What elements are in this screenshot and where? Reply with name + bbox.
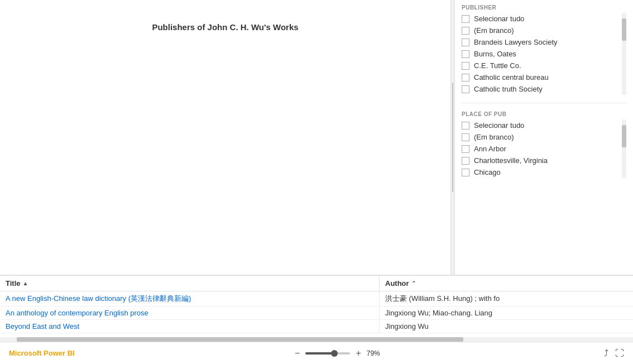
- chart-panel: Publishers of John C. H. Wu's Works: [0, 0, 451, 275]
- author-sort-icon: ⌃: [411, 280, 416, 286]
- place-checkbox-select-all-place[interactable]: [462, 122, 469, 130]
- publisher-checkbox-brandeis[interactable]: [462, 39, 469, 46]
- table-header-title[interactable]: Title ▲: [0, 276, 380, 291]
- publisher-filter-item[interactable]: Selecionar tudo: [462, 13, 617, 25]
- publisher-item-label: Brandeis Lawyers Society: [474, 38, 558, 46]
- publisher-checkbox-catholic-central[interactable]: [462, 74, 469, 82]
- place-checkbox-chicago[interactable]: [462, 169, 469, 176]
- table-cell-author: Jingxiong Wu: [380, 320, 633, 333]
- place-filter-item[interactable]: Chicago: [462, 166, 617, 178]
- place-filter-item[interactable]: Ann Arbor: [462, 143, 617, 155]
- footer: Microsoft Power BI − + 79% ⤴ ⛶: [0, 342, 633, 364]
- place-scrollbar-thumb[interactable]: [622, 125, 626, 147]
- publisher-checkbox-burns[interactable]: [462, 50, 469, 58]
- table-header-author-label: Author: [385, 279, 409, 288]
- publisher-checkbox-select-all-pub[interactable]: [462, 15, 469, 23]
- table-header: Title ▲ Author ⌃: [0, 276, 633, 291]
- place-filter-item[interactable]: (Em branco): [462, 131, 617, 143]
- place-filter-list-container: Selecionar tudo(Em branco)Ann ArborCharl…: [462, 119, 626, 178]
- table-row[interactable]: A new English-Chinese law dictionary (英漢…: [0, 291, 633, 306]
- publisher-filter-item[interactable]: Catholic truth Society: [462, 83, 617, 95]
- publisher-checkbox-catholic-truth[interactable]: [462, 85, 469, 93]
- zoom-slider[interactable]: [305, 352, 350, 355]
- table-row[interactable]: Beyond East and WestJingxiong Wu: [0, 320, 633, 333]
- title-sort-icon: ▲: [23, 280, 28, 286]
- place-filter-item[interactable]: Selecionar tudo: [462, 119, 617, 131]
- filter-section-divider: [462, 103, 626, 103]
- publisher-filter-item[interactable]: Brandeis Lawyers Society: [462, 36, 617, 48]
- publisher-scrollbar-thumb[interactable]: [622, 18, 626, 41]
- table-cell-title[interactable]: Beyond East and West: [0, 320, 380, 333]
- publisher-filter-label: Publisher: [462, 4, 626, 11]
- share-icon[interactable]: ⤴: [604, 348, 608, 358]
- power-bi-logo-link[interactable]: Microsoft Power BI: [9, 349, 75, 357]
- zoom-level-label: 79%: [367, 349, 386, 357]
- table-cell-author: Jingxiong Wu; Miao-chang. Liang: [380, 306, 633, 319]
- table-horizontal-scrollbar[interactable]: [0, 337, 633, 342]
- zoom-controls: − + 79%: [292, 348, 386, 358]
- zoom-slider-thumb[interactable]: [331, 350, 338, 357]
- panel-divider[interactable]: [451, 0, 454, 275]
- publisher-filter-item[interactable]: (Em branco): [462, 25, 617, 36]
- table-body: A new English-Chinese law dictionary (英漢…: [0, 291, 633, 337]
- publisher-scrollbar-track[interactable]: [622, 13, 626, 95]
- publisher-item-label: Burns, Oates: [474, 50, 516, 58]
- table-header-title-label: Title: [6, 279, 21, 288]
- publisher-item-label: (Em branco): [474, 26, 514, 35]
- publisher-item-label: Catholic central bureau: [474, 73, 549, 82]
- place-filter-list: Selecionar tudo(Em branco)Ann ArborCharl…: [462, 119, 626, 178]
- publisher-filter-item[interactable]: Burns, Oates: [462, 48, 617, 60]
- place-item-label: Charlottesville, Virginia: [474, 156, 548, 165]
- publisher-checkbox-blank-pub[interactable]: [462, 27, 469, 35]
- publisher-filter-item[interactable]: C.E. Tuttle Co.: [462, 60, 617, 71]
- publisher-filter-section: Publisher Selecionar tudo(Em branco)Bran…: [455, 0, 633, 99]
- publisher-filter-list: Selecionar tudo(Em branco)Brandeis Lawye…: [462, 13, 626, 95]
- zoom-minus-button[interactable]: −: [292, 348, 302, 358]
- place-item-label: Ann Arbor: [474, 145, 506, 153]
- publisher-item-label: Selecionar tudo: [474, 15, 524, 23]
- table-scroll-x-thumb[interactable]: [17, 337, 463, 342]
- publisher-filter-item[interactable]: Catholic central bureau: [462, 71, 617, 83]
- publisher-checkbox-tuttle[interactable]: [462, 62, 469, 70]
- place-checkbox-charlottesville[interactable]: [462, 157, 469, 165]
- table-cell-title[interactable]: An anthology of contemporary English pro…: [0, 306, 380, 319]
- table-cell-title[interactable]: A new English-Chinese law dictionary (英漢…: [0, 291, 380, 306]
- place-filter-label: Place of Pub: [462, 111, 626, 117]
- power-bi-logo-text: Microsoft Power BI: [9, 349, 75, 357]
- place-filter-item[interactable]: Charlottesville, Virginia: [462, 155, 617, 166]
- place-checkbox-blank-place[interactable]: [462, 133, 469, 141]
- table-row[interactable]: An anthology of contemporary English pro…: [0, 306, 633, 320]
- table-cell-author: 洪士豪 (William S.H. Hung) ; with fo: [380, 291, 633, 306]
- filter-panel: Publisher Selecionar tudo(Em branco)Bran…: [454, 0, 633, 275]
- bottom-table-section: Title ▲ Author ⌃ A new English-Chinese l…: [0, 275, 633, 342]
- zoom-slider-fill: [305, 352, 334, 355]
- publisher-item-label: C.E. Tuttle Co.: [474, 61, 521, 70]
- publisher-filter-list-container: Selecionar tudo(Em branco)Brandeis Lawye…: [462, 13, 626, 95]
- place-item-label: (Em branco): [474, 133, 514, 141]
- place-item-label: Selecionar tudo: [474, 121, 524, 130]
- zoom-plus-button[interactable]: +: [353, 348, 363, 358]
- table-header-author[interactable]: Author ⌃: [380, 276, 633, 291]
- publisher-item-label: Catholic truth Society: [474, 85, 543, 93]
- place-checkbox-ann-arbor[interactable]: [462, 145, 469, 153]
- footer-icons: ⤴ ⛶: [604, 348, 624, 358]
- place-filter-section: Place of Pub Selecionar tudo(Em branco)A…: [455, 107, 633, 183]
- chart-title: Publishers of John C. H. Wu's Works: [152, 22, 298, 32]
- place-scrollbar-track[interactable]: [622, 119, 626, 178]
- fullscreen-icon[interactable]: ⛶: [615, 348, 624, 358]
- place-item-label: Chicago: [474, 168, 501, 176]
